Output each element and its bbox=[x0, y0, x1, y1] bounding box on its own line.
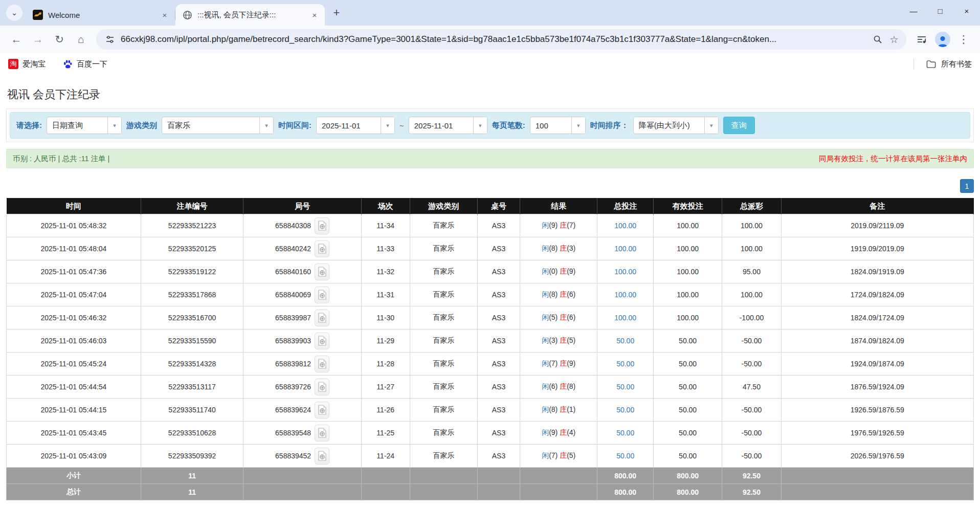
video-replay-icon bbox=[318, 359, 326, 369]
result-banker-points: (4) bbox=[567, 428, 575, 436]
video-replay-icon bbox=[318, 221, 326, 231]
video-replay-icon bbox=[318, 267, 326, 277]
cell-total-bet-link[interactable]: 50.00 bbox=[616, 360, 634, 368]
date-to-select[interactable]: 2025-11-01 ▾ bbox=[409, 117, 487, 134]
video-replay-button[interactable] bbox=[315, 263, 329, 280]
chevron-down-icon: ▾ bbox=[704, 117, 718, 134]
video-replay-icon bbox=[318, 451, 326, 461]
video-replay-button[interactable] bbox=[315, 333, 329, 349]
cell-bet-id: 522933517868 bbox=[141, 283, 243, 306]
game-type-label: 游戏类别 bbox=[126, 121, 157, 130]
back-button[interactable]: ← bbox=[6, 29, 27, 50]
tab-close-icon[interactable]: × bbox=[160, 10, 170, 20]
page-size-select[interactable]: 100 ▾ bbox=[530, 117, 586, 134]
taobao-icon: 淘 bbox=[8, 59, 18, 69]
forward-button[interactable]: → bbox=[28, 29, 48, 50]
cell-total-bet-link[interactable]: 50.00 bbox=[616, 452, 634, 460]
subtotal-row: 小计 11 800.00 800.00 92.50 bbox=[7, 468, 974, 484]
reload-button[interactable]: ↻ bbox=[49, 29, 70, 50]
result-player-points: (0) bbox=[549, 267, 558, 275]
all-bookmarks[interactable]: 所有书签 bbox=[914, 58, 972, 70]
cell-round-number: 658839726 bbox=[275, 383, 311, 391]
bookmark-label: 百度一下 bbox=[77, 59, 107, 69]
cell-valid-bet: 100.00 bbox=[654, 237, 722, 260]
sort-order-select[interactable]: 降幂(由大到小) ▾ bbox=[633, 117, 719, 134]
query-type-select[interactable]: 日期查询 ▾ bbox=[47, 117, 122, 134]
col-header-round: 局号 bbox=[243, 199, 362, 214]
page-1-button[interactable]: 1 bbox=[960, 179, 974, 193]
window-minimize-button[interactable]: — bbox=[900, 0, 927, 21]
result-banker-points: (7) bbox=[567, 221, 575, 229]
table-row: 2025-11-01 05:48:04 522933520125 6588402… bbox=[7, 237, 974, 260]
tab-search-button[interactable]: ⌄ bbox=[6, 5, 23, 21]
zoom-indicator-icon[interactable] bbox=[870, 31, 886, 48]
browser-menu-icon[interactable]: ⋮ bbox=[953, 29, 974, 50]
page-title: 视讯 会员下注纪录 bbox=[7, 87, 974, 102]
col-header-total-bet: 总投注 bbox=[597, 199, 654, 214]
cell-result: 闲(6) 庄(8) bbox=[520, 376, 597, 399]
bookmark-aitaobao[interactable]: 淘 爱淘宝 bbox=[8, 59, 46, 69]
video-replay-button[interactable] bbox=[315, 425, 329, 442]
media-controls-icon[interactable] bbox=[911, 29, 932, 50]
total-row: 总计 11 800.00 800.00 92.50 bbox=[7, 484, 974, 500]
video-replay-button[interactable] bbox=[315, 287, 329, 303]
video-replay-icon bbox=[318, 290, 326, 300]
cell-session: 11-31 bbox=[361, 283, 410, 306]
pagination-top: 1 bbox=[6, 179, 974, 193]
bookmark-baidu[interactable]: 百度一下 bbox=[63, 59, 107, 69]
home-button[interactable]: ⌂ bbox=[71, 29, 91, 50]
tab-welcome[interactable]: Welcome × bbox=[26, 4, 175, 26]
tab-bet-records[interactable]: :::视讯, 会员下注纪录::: × bbox=[175, 4, 325, 26]
profile-avatar[interactable] bbox=[935, 32, 950, 47]
result-player-points: (9) bbox=[549, 221, 558, 229]
video-replay-button[interactable] bbox=[315, 240, 329, 257]
col-header-bet-id: 注单编号 bbox=[141, 199, 243, 214]
bookmark-star-icon[interactable]: ☆ bbox=[886, 31, 902, 48]
cell-remark: 1926.59/1876.59 bbox=[781, 399, 973, 422]
cell-table-number: AS3 bbox=[477, 376, 520, 399]
video-replay-button[interactable] bbox=[315, 310, 329, 326]
video-replay-button[interactable] bbox=[315, 379, 329, 395]
cell-bet-id: 522933515590 bbox=[141, 329, 243, 353]
cell-total-bet-link[interactable]: 100.00 bbox=[614, 245, 636, 253]
cell-remark: 1724.09/1824.09 bbox=[781, 283, 973, 306]
cell-round-number: 658839987 bbox=[275, 314, 311, 322]
cell-total-bet-link[interactable]: 50.00 bbox=[616, 429, 634, 437]
result-banker-points: (5) bbox=[567, 451, 575, 459]
cell-payout: 47.50 bbox=[722, 376, 781, 399]
cell-total-bet-link[interactable]: 50.00 bbox=[616, 337, 634, 345]
subtotal-total-bet: 800.00 bbox=[597, 468, 654, 484]
new-tab-button[interactable]: + bbox=[329, 5, 344, 20]
window-maximize-button[interactable]: □ bbox=[927, 0, 953, 21]
cell-total-bet-link[interactable]: 50.00 bbox=[616, 406, 634, 414]
video-replay-button[interactable] bbox=[315, 402, 329, 419]
search-button[interactable]: 查询 bbox=[723, 117, 755, 134]
window-close-button[interactable]: × bbox=[953, 0, 980, 21]
cell-total-bet-link[interactable]: 50.00 bbox=[616, 383, 634, 391]
cell-total-bet-link[interactable]: 100.00 bbox=[614, 222, 636, 230]
video-replay-button[interactable] bbox=[315, 448, 329, 465]
col-header-game: 游戏类别 bbox=[410, 199, 477, 214]
baidu-paw-icon bbox=[63, 59, 73, 69]
cell-total-bet-link[interactable]: 100.00 bbox=[614, 314, 636, 322]
result-player-points: (5) bbox=[549, 313, 558, 321]
cell-total-bet-link[interactable]: 100.00 bbox=[614, 268, 636, 276]
video-replay-button[interactable] bbox=[315, 217, 329, 234]
url-text[interactable]: 66cxkj98.com/ipl/portal.php/game/betreco… bbox=[121, 34, 870, 45]
result-banker-points: (3) bbox=[567, 244, 575, 252]
cell-total-bet-link[interactable]: 100.00 bbox=[614, 291, 636, 299]
col-header-valid-bet: 有效投注 bbox=[654, 199, 722, 214]
game-type-select[interactable]: 百家乐 ▾ bbox=[162, 117, 274, 134]
site-settings-icon[interactable] bbox=[103, 35, 117, 44]
tab-close-icon[interactable]: × bbox=[309, 10, 320, 20]
cell-table-number: AS3 bbox=[477, 445, 520, 468]
video-replay-button[interactable] bbox=[315, 356, 329, 372]
cell-session: 11-28 bbox=[361, 353, 410, 376]
cell-time: 2025-11-01 05:43:45 bbox=[7, 422, 141, 445]
date-from-select[interactable]: 2025-11-01 ▾ bbox=[316, 117, 395, 134]
address-bar[interactable]: 66cxkj98.com/ipl/portal.php/game/betreco… bbox=[96, 29, 906, 50]
chevron-down-icon: ▾ bbox=[473, 117, 487, 134]
cell-result: 闲(3) 庄(5) bbox=[520, 329, 597, 353]
cell-payout: -50.00 bbox=[722, 353, 781, 376]
cell-remark: 1874.09/1824.09 bbox=[781, 329, 973, 353]
